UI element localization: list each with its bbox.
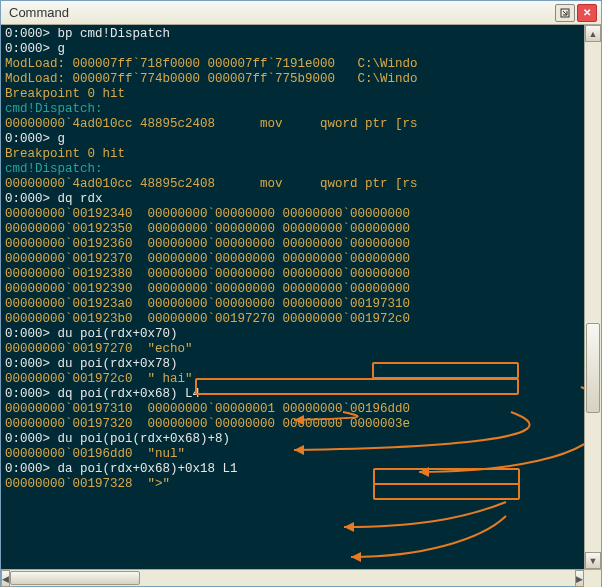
scroll-track-horizontal[interactable] — [10, 570, 575, 586]
console-line: 00000000`001972c0 " hai" — [5, 372, 580, 387]
console-line: 0:000> dq rdx — [5, 192, 580, 207]
svg-marker-5 — [351, 552, 361, 562]
console-line: 00000000`00197328 ">" — [5, 477, 580, 492]
console-line: 0:000> du poi(poi(rdx+0x68)+8) — [5, 432, 580, 447]
command-window: Command ✕ 0:000> bp cmd!Dispatch0:000> g… — [0, 0, 602, 587]
console-line: 0:000> dq poi(rdx+0x68) L4 — [5, 387, 580, 402]
console-line: 00000000`00192370 00000000`00000000 0000… — [5, 252, 580, 267]
titlebar: Command ✕ — [1, 1, 601, 25]
console-line: Breakpoint 0 hit — [5, 147, 580, 162]
console-line: 00000000`00192350 00000000`00000000 0000… — [5, 222, 580, 237]
console-line: cmd!Dispatch: — [5, 102, 580, 117]
svg-marker-4 — [344, 522, 354, 532]
scrollbar-corner — [584, 570, 601, 587]
horizontal-scrollbar[interactable]: ◀ ▶ — [1, 569, 601, 586]
console-line: 00000000`4ad010cc 48895c2408 mov qword p… — [5, 177, 580, 192]
console-line: 0:000> du poi(rdx+0x70) — [5, 327, 580, 342]
content-area: 0:000> bp cmd!Dispatch0:000> gModLoad: 0… — [1, 25, 601, 569]
window-title: Command — [9, 5, 555, 20]
console-line: 00000000`00197320 00000000`00000000 0000… — [5, 417, 580, 432]
scroll-down-button[interactable]: ▼ — [585, 552, 601, 569]
console-line: 00000000`4ad010cc 48895c2408 mov qword p… — [5, 117, 580, 132]
console-line: ModLoad: 000007ff`774b0000 000007ff`775b… — [5, 72, 580, 87]
scroll-up-button[interactable]: ▲ — [585, 25, 601, 42]
console-line: 00000000`00192390 00000000`00000000 0000… — [5, 282, 580, 297]
console-line: 00000000`00192340 00000000`00000000 0000… — [5, 207, 580, 222]
console-line: 00000000`00197310 00000000`00000001 0000… — [5, 402, 580, 417]
console-line: 00000000`00197270 "echo" — [5, 342, 580, 357]
console-line: 00000000`00196dd0 "nul" — [5, 447, 580, 462]
console-line: 0:000> g — [5, 132, 580, 147]
scroll-thumb-vertical[interactable] — [586, 323, 600, 413]
titlebar-buttons: ✕ — [555, 4, 597, 22]
console-output[interactable]: 0:000> bp cmd!Dispatch0:000> gModLoad: 0… — [1, 25, 584, 569]
console-line: cmd!Dispatch: — [5, 162, 580, 177]
console-line: 00000000`001923a0 00000000`00000000 0000… — [5, 297, 580, 312]
vertical-scrollbar[interactable]: ▲ ▼ — [584, 25, 601, 569]
console-line: ModLoad: 000007ff`718f0000 000007ff`7191… — [5, 57, 580, 72]
console-line: 00000000`00192360 00000000`00000000 0000… — [5, 237, 580, 252]
scroll-left-button[interactable]: ◀ — [1, 570, 10, 587]
close-button[interactable]: ✕ — [577, 4, 597, 22]
console-line: 0:000> g — [5, 42, 580, 57]
console-line: 00000000`001923b0 00000000`00197270 0000… — [5, 312, 580, 327]
console-line: 0:000> bp cmd!Dispatch — [5, 27, 580, 42]
console-line: 0:000> du poi(rdx+0x78) — [5, 357, 580, 372]
console-line: 0:000> da poi(rdx+0x68)+0x18 L1 — [5, 462, 580, 477]
scroll-thumb-horizontal[interactable] — [10, 571, 140, 585]
scroll-track-vertical[interactable] — [585, 42, 601, 552]
console-line: Breakpoint 0 hit — [5, 87, 580, 102]
undock-button[interactable] — [555, 4, 575, 22]
scroll-right-button[interactable]: ▶ — [575, 570, 584, 587]
console-line: 00000000`00192380 00000000`00000000 0000… — [5, 267, 580, 282]
